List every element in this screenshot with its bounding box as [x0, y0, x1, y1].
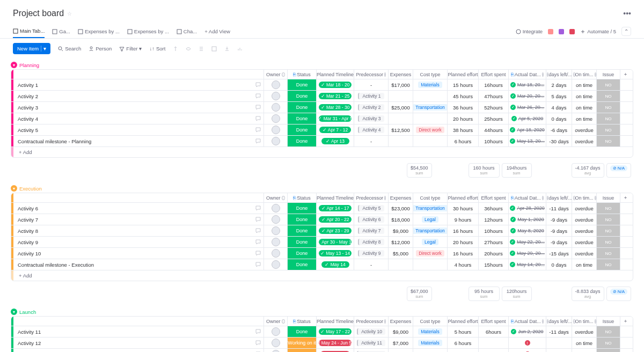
effort-spent-cell[interactable]: 36hours	[478, 203, 508, 214]
table-row[interactable]: Activity 6 Done ✓ Apr 14 - 17 Activity 5…	[11, 203, 633, 214]
on-time-cell[interactable]: on time	[572, 259, 596, 270]
integration-icon-1[interactable]	[548, 29, 553, 34]
effort-spent-cell[interactable]	[478, 349, 508, 352]
col-predecessor[interactable]: Predecessor i	[354, 193, 388, 202]
more-menu-icon[interactable]: •••	[623, 9, 631, 18]
issue-cell[interactable]: NO	[596, 237, 620, 247]
predecessor-cell[interactable]: Activity 10	[354, 326, 388, 337]
on-time-cell[interactable]: on time	[572, 338, 596, 348]
on-time-cell[interactable]: on time	[572, 91, 596, 101]
col-status[interactable]: ⎘Status	[287, 317, 316, 326]
owner-cell[interactable]	[264, 124, 287, 135]
col-timeline[interactable]: Planned Timeline	[316, 317, 354, 326]
issue-cell[interactable]: NO	[596, 124, 620, 135]
timeline-cell[interactable]: ✓ May 13 - 14	[316, 248, 354, 259]
predecessor-cell[interactable]: Activity 4	[354, 124, 388, 135]
actual-date-cell[interactable]: ✓May 8, 2020	[508, 225, 546, 236]
chat-icon[interactable]	[255, 138, 261, 144]
col-status[interactable]: ⎘Status	[287, 70, 316, 79]
table-row[interactable]: Activity 5 Done ✓ Apr 7 - 12 Activity 4 …	[11, 124, 633, 136]
effort-spent-cell[interactable]: 15hours	[478, 259, 508, 270]
on-time-cell[interactable]: on time	[572, 79, 596, 90]
predecessor-cell[interactable]: Activity 6	[354, 214, 388, 225]
cost-type-cell[interactable]: Legal	[413, 214, 447, 225]
chat-icon[interactable]	[255, 104, 261, 111]
effort-spent-cell[interactable]: 52hours	[478, 102, 508, 113]
col-issue[interactable]: Issue	[596, 70, 620, 79]
item-name[interactable]: Activity 12	[13, 338, 264, 348]
timeline-cell[interactable]: ✓ Apr 7 - 12	[316, 124, 354, 135]
col-cost-type[interactable]: Cost type	[413, 317, 447, 326]
actual-date-cell[interactable]: ✓May 29, 20...	[508, 248, 546, 259]
chat-icon[interactable]	[255, 115, 261, 122]
issue-cell[interactable]: NO	[596, 113, 620, 124]
on-time-cell[interactable]: overdue	[572, 237, 596, 247]
timeline-cell[interactable]: ✓ Apr 23 - 29	[316, 225, 354, 236]
col-issue[interactable]: Issue	[596, 193, 620, 202]
col-effort-spent[interactable]: Effort spent	[478, 70, 508, 79]
owner-cell[interactable]	[264, 326, 287, 337]
table-row[interactable]: Activity 13 Working on it ! Jun 6 - 12 A…	[11, 349, 633, 352]
status-cell[interactable]: Done	[287, 214, 316, 225]
item-name[interactable]: Contractual milestone - Execution	[13, 259, 264, 270]
item-name[interactable]: Activity 2	[13, 91, 264, 101]
chat-icon[interactable]	[255, 239, 261, 245]
tab-4[interactable]: Cha...	[177, 25, 197, 38]
col-effort-spent[interactable]: Effort spent	[478, 317, 508, 326]
item-name[interactable]: Activity 8	[13, 225, 264, 236]
search-button[interactable]: Search	[58, 46, 81, 52]
days-left-cell[interactable]	[546, 338, 572, 348]
expenses-cell[interactable]	[388, 349, 413, 352]
expenses-cell[interactable]: $7,000	[388, 338, 413, 348]
days-left-cell[interactable]	[546, 349, 572, 352]
issue-cell[interactable]: NO	[596, 102, 620, 113]
automate-button[interactable]: Automate / 5	[580, 28, 616, 34]
col-days-left[interactable]: i days left/...	[546, 317, 572, 326]
owner-cell[interactable]	[264, 136, 287, 146]
status-cell[interactable]: Done	[287, 136, 316, 146]
timeline-cell[interactable]: ✓ Mar 18 - 20	[316, 79, 354, 90]
col-cost-type[interactable]: Cost type	[413, 70, 447, 79]
cost-type-cell[interactable]	[413, 113, 447, 124]
item-name[interactable]: Activity 7	[13, 214, 264, 225]
planned-effort-cell[interactable]: 16 hours	[447, 225, 478, 236]
actual-date-cell[interactable]: ✓Apr 5, 2020	[508, 113, 546, 124]
planned-effort-cell[interactable]: 30 hours	[447, 349, 478, 352]
planned-effort-cell[interactable]: 6 hours	[447, 338, 478, 348]
on-time-cell[interactable]: overdue	[572, 203, 596, 214]
pin-icon[interactable]	[173, 46, 178, 52]
actual-date-cell[interactable]: ✓May 1, 2020	[508, 214, 546, 225]
cost-type-cell[interactable]: Legal	[413, 237, 447, 247]
group-toggle[interactable]: ▾	[11, 62, 17, 68]
group-name[interactable]: Execution	[19, 186, 42, 192]
table-row[interactable]: Activity 7 Done ✓ Apr 20 - 22 Activity 6…	[11, 214, 633, 225]
timeline-cell[interactable]: ✓ Mar 28 - 30	[316, 102, 354, 113]
status-cell[interactable]: Done	[287, 225, 316, 236]
planned-effort-cell[interactable]: 6 hours	[447, 136, 478, 146]
predecessor-cell[interactable]: Activity 1	[354, 91, 388, 101]
hide-icon[interactable]	[186, 46, 191, 52]
sort-button[interactable]: ↓↑ Sort	[149, 46, 165, 52]
height-icon[interactable]	[199, 46, 204, 52]
table-row[interactable]: Activity 3 Done ✓ Mar 28 - 30 Activity 2…	[11, 102, 633, 113]
timeline-cell[interactable]: ✓ Apr 20 - 22	[316, 214, 354, 225]
expenses-cell[interactable]	[388, 136, 413, 146]
item-name[interactable]: Activity 13	[13, 349, 264, 352]
col-status[interactable]: ⎘Status	[287, 193, 316, 202]
status-cell[interactable]: Working on it	[287, 338, 316, 348]
cost-type-cell[interactable]: Transportation	[413, 225, 447, 236]
col-planned-effort[interactable]: Planned effort	[447, 193, 478, 202]
issue-cell[interactable]: NO	[596, 91, 620, 101]
planned-effort-cell[interactable]: 20 hours	[447, 113, 478, 124]
actual-date-cell[interactable]: ✓May 22, 20...	[508, 237, 546, 247]
owner-cell[interactable]	[264, 349, 287, 352]
cost-type-cell[interactable]: Transportation	[413, 102, 447, 113]
predecessor-cell[interactable]: Activity 8	[354, 237, 388, 247]
group-toggle[interactable]: ▾	[11, 185, 17, 192]
on-time-cell[interactable]: overdue	[572, 136, 596, 146]
add-column-button[interactable]: ＋	[620, 317, 631, 326]
actual-date-cell[interactable]: ✓Apr 18, 2020	[508, 124, 546, 135]
planned-effort-cell[interactable]: 9 hours	[447, 214, 478, 225]
col-actual-date[interactable]: ⎘Actual Dat... i	[508, 70, 546, 79]
chat-icon[interactable]	[255, 93, 261, 99]
